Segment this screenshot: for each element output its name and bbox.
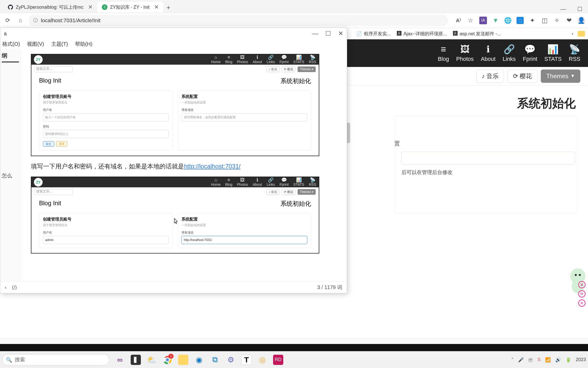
- split-icon[interactable]: ◫: [541, 17, 548, 24]
- extensions-icon[interactable]: ✦: [529, 17, 536, 24]
- app-explorer-icon[interactable]: [178, 355, 188, 365]
- nav-photos[interactable]: 🖼Photos: [456, 44, 474, 62]
- music-button[interactable]: ♪ 音乐: [476, 70, 504, 83]
- site-info-icon[interactable]: ⓘ: [33, 17, 38, 24]
- svg-point-2: [575, 274, 577, 276]
- folder-icon[interactable]: [578, 31, 585, 37]
- tray-sogou-icon[interactable]: S: [537, 357, 541, 362]
- nav-blog[interactable]: ≡Blog: [438, 44, 449, 62]
- app-typora-icon[interactable]: T: [241, 355, 252, 365]
- video-progress-bar[interactable]: [0, 344, 588, 351]
- system-tray[interactable]: ˄ 🎤 ㊥ S 📶 🔊 🔋 2023: [511, 357, 586, 363]
- menu-theme[interactable]: 主题(T): [51, 41, 68, 48]
- editor-title-text: a: [4, 31, 7, 37]
- embedded-screenshot-2: ZY ⌂Home ≡Blog 🖼Photos ℹAbout 🔗Links 💬Fp…: [31, 177, 319, 254]
- mouse-cursor-icon: [174, 218, 179, 224]
- nav-links[interactable]: 🔗Links: [503, 44, 516, 62]
- domain-input[interactable]: [401, 152, 575, 164]
- status-source-icon[interactable]: ⟨/⟩: [12, 284, 17, 291]
- bookmark-label: Ajax--详细的环境搭...: [403, 31, 447, 37]
- ext-blue-icon[interactable]: ⬚: [517, 17, 524, 24]
- editor-content[interactable]: ZY ⌂Home ≡Blog 🖼Photos ℹAbout 🔗Links 💬Fp…: [21, 49, 347, 281]
- profile-icon[interactable]: 👤: [578, 17, 585, 24]
- window-min-icon[interactable]: —: [312, 30, 318, 37]
- bookmark-label: 程序开发实...: [364, 31, 391, 37]
- window-max-icon[interactable]: ☐: [325, 30, 331, 37]
- tab-title: ZY知识库 · ZY - Init: [110, 4, 150, 10]
- shot-heading-right: 系统初始化: [280, 77, 311, 85]
- sakura-button[interactable]: ⟳ 樱花: [508, 70, 537, 83]
- window-close-icon[interactable]: ✕: [338, 30, 343, 37]
- refresh-icon[interactable]: ⟳: [3, 16, 12, 25]
- heart-icon[interactable]: ❤: [566, 17, 573, 24]
- app-edge-icon[interactable]: ◉: [194, 355, 204, 365]
- doc-icon: 🅰: [397, 31, 401, 36]
- mascot-action-1[interactable]: ¥: [578, 281, 585, 288]
- search-icon: 🔍: [6, 357, 12, 363]
- overflow-icon[interactable]: ›: [572, 31, 573, 36]
- menu-help[interactable]: 帮助(H): [75, 41, 92, 48]
- window-max-icon[interactable]: ☐: [577, 6, 582, 13]
- read-aloud-icon[interactable]: A⁾: [455, 17, 462, 24]
- tab-zy[interactable]: Z ZY知识库 · ZY - Init ✕: [97, 2, 163, 13]
- ext-vue-icon[interactable]: ▼: [492, 17, 499, 24]
- collections-icon[interactable]: ✧: [553, 17, 560, 24]
- close-icon[interactable]: ✕: [88, 4, 93, 10]
- tab-title: ZyPLJ/personalblog: 可以上传mc: [16, 4, 83, 10]
- menu-view[interactable]: 视图(V): [27, 41, 44, 48]
- status-back-icon[interactable]: ‹: [5, 284, 7, 290]
- app-vscode-icon[interactable]: ⧉: [210, 355, 220, 365]
- editor-paragraph: 填写一下用户名和密码，还有域名，如果是本地的话就是http://localhos…: [31, 162, 337, 170]
- nav-about[interactable]: ℹAbout: [481, 44, 496, 62]
- sidebar-collapse-handle[interactable]: [347, 123, 350, 143]
- app-chrome-icon[interactable]: 1: [162, 355, 173, 365]
- config-label-fragment: 置: [394, 140, 400, 147]
- link-icon: 🔗: [504, 44, 515, 55]
- browser-toolbar: ⟳ ⌂ ⓘ localhost:7031/Article/Init A⁾ ☆ I…: [0, 13, 588, 28]
- chart-icon: 📊: [547, 44, 559, 55]
- nav-stats[interactable]: 📊STATS: [544, 44, 562, 62]
- app-weather-icon[interactable]: ⛅: [146, 355, 157, 365]
- mascot-action-2[interactable]: ⟳: [578, 290, 585, 297]
- themes-dropdown[interactable]: Themes ▼: [541, 70, 580, 83]
- taskbar-search[interactable]: 🔍 搜索: [2, 354, 109, 366]
- tab-github[interactable]: ZyPLJ/personalblog: 可以上传mc ✕: [3, 2, 97, 13]
- tray-mic-icon[interactable]: 🎤: [518, 357, 524, 363]
- favorite-icon[interactable]: ☆: [467, 17, 474, 24]
- github-icon: [8, 4, 13, 10]
- ext-globe-icon[interactable]: 🌐: [504, 17, 511, 24]
- bookmark-item[interactable]: 🅰 Ajax--详细的环境搭...: [397, 31, 447, 37]
- app-terminal-icon[interactable]: ▋: [131, 355, 141, 365]
- menu-format[interactable]: 格式(O): [2, 41, 20, 48]
- localhost-link[interactable]: http://localhost:7031/: [184, 163, 240, 170]
- tray-wifi-icon[interactable]: 📶: [545, 357, 551, 363]
- app-vs-icon[interactable]: ∞: [115, 355, 125, 365]
- outline-item[interactable]: 怎么: [2, 172, 19, 179]
- editor-window: a — ☐ ✕ 格式(O) 视图(V) 主题(T) 帮助(H) 纲 怎么 ZY …: [0, 28, 347, 293]
- tray-time[interactable]: 2023: [576, 357, 586, 362]
- editor-titlebar[interactable]: a — ☐ ✕: [0, 28, 347, 39]
- app-rider-icon[interactable]: RD: [273, 355, 283, 365]
- nav-rss[interactable]: 📡RSS: [569, 44, 580, 62]
- tray-chevron-icon[interactable]: ˄: [511, 357, 513, 363]
- editor-menubar: 格式(O) 视图(V) 主题(T) 帮助(H): [0, 39, 347, 49]
- app-yellow-icon[interactable]: ◎: [257, 355, 267, 365]
- home-icon[interactable]: ⌂: [16, 16, 25, 25]
- config-help-text: 后可以在管理后台修改: [401, 169, 570, 176]
- address-bar[interactable]: ⓘ localhost:7031/Article/Init: [29, 15, 448, 26]
- config-card: 置 后可以在管理后台修改: [394, 116, 578, 213]
- ext-ia-icon[interactable]: IA: [479, 17, 487, 24]
- bookmark-item[interactable]: 📄 程序开发实...: [356, 31, 391, 37]
- bookmark-item[interactable]: 🅰 asp.net 发送邮件 -...: [453, 31, 501, 37]
- window-min-icon[interactable]: —: [560, 6, 566, 13]
- doc-icon: 📄: [356, 31, 362, 37]
- app-gear-icon[interactable]: ⚙: [226, 355, 236, 365]
- nav-fprint[interactable]: 💬Fprint: [523, 44, 537, 62]
- doc-icon: 🅰: [453, 31, 458, 36]
- close-icon[interactable]: ✕: [154, 4, 159, 10]
- tray-vol-icon[interactable]: 🔊: [555, 357, 561, 363]
- tray-battery-icon[interactable]: 🔋: [566, 357, 571, 363]
- mascot-action-3[interactable]: ✕: [578, 300, 585, 307]
- tray-lang-icon[interactable]: ㊥: [528, 357, 533, 363]
- new-tab-button[interactable]: +: [163, 2, 174, 13]
